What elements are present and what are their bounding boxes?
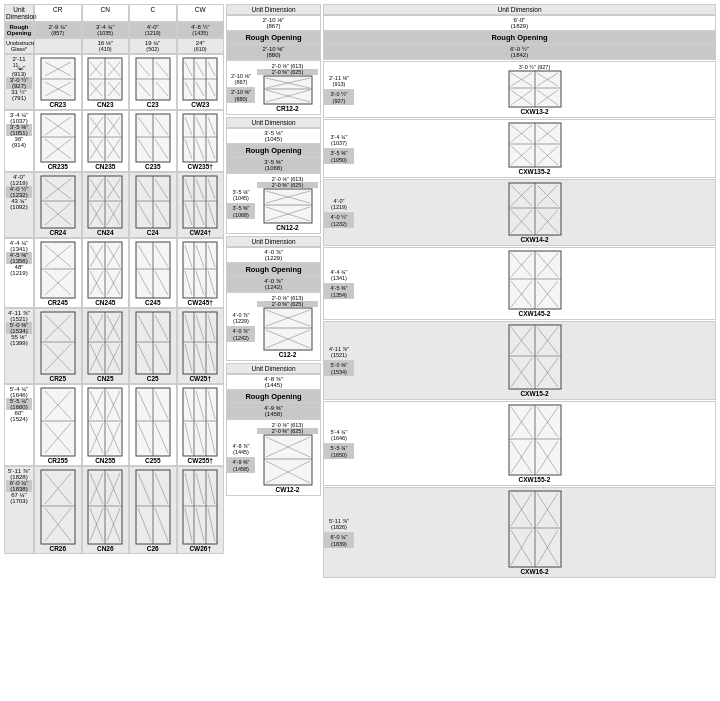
- gl-col1: [34, 38, 82, 54]
- cxw14-2-group: 4'-0"(1219) 4'-0 ½"(1232) CXW14: [323, 179, 716, 246]
- cw26-cell: CW26†: [177, 466, 225, 554]
- cn245-cell: CN245: [82, 238, 130, 308]
- cr255-cell: CR255: [34, 384, 82, 466]
- cr255-label: CR255: [48, 457, 68, 464]
- cr245-label: CR245: [48, 299, 68, 306]
- c12-2-group: 4'-0 ⅞"(1229) 4'-0 ⅞"(1242) 2'-0 ⅛" (613…: [226, 292, 321, 361]
- svg-rect-102: [41, 242, 75, 298]
- c245-diagram: [135, 241, 171, 299]
- right-unit-dim-header: Unit Dimension: [323, 4, 716, 15]
- window-row-2: 3'-4 ¾"(1037) 3'-5 ⅜"(1051) 36"(914) CR2…: [4, 110, 224, 172]
- cw235-cell: CW235†: [177, 110, 225, 172]
- cr23-cell: CR23: [34, 54, 82, 110]
- cr245-cell: CR245: [34, 238, 82, 308]
- cxw13-2-height-dims: 2'-11 ⅛"(913) 3'-0 ½"(927): [324, 74, 354, 105]
- mid-unit-dim-4: Unit Dimension: [226, 363, 321, 374]
- c25-diagram: [135, 311, 171, 375]
- cxw14-2-window-area: CXW14-2: [354, 180, 715, 245]
- c26-diagram: [135, 469, 171, 545]
- cxw145-2-height-dims: 4'-4 ¾"(1341) 4'-5 ⅜"(1354): [324, 268, 354, 299]
- cr12-2-window: 2'-0 ⅛" (613) 2'-0 ⅝" (625) CR12-2: [255, 61, 320, 114]
- cxw13-2-ud: 2'-11 ⅛"(913): [324, 74, 354, 90]
- cw12-2-dims: 4'-8 ⅞"(1445) 4'-9 ⅜"(1458): [227, 442, 255, 473]
- height-label-5: 4'-11 ⅞"(1521) 5'-0 ⅜"(1534) 55 ⅛"(1399): [4, 308, 34, 384]
- ro-col3: 4'-0"(1219): [129, 22, 177, 38]
- cn25-diagram: [87, 311, 123, 375]
- mid-dims-4: 4'-8 ⅞"(1445): [226, 374, 321, 390]
- cxw14-2-ud: 4'-0"(1219): [324, 197, 354, 213]
- cxw15-2-window-area: CXW15-2: [354, 322, 715, 399]
- cxw15-2-height-dims: 4'-11 ⅞"(1521) 5'-0 ⅜"(1534): [324, 345, 354, 376]
- cxw155-2-window-area: CXW155-2: [354, 402, 715, 485]
- cn23-label: CN23: [97, 101, 114, 108]
- height-label-4: 4'-4 ¾"(1341) 4'-5 ⅜"(1356) 48"(1219): [4, 238, 34, 308]
- cr26-cell: CR26: [34, 466, 82, 554]
- svg-rect-238: [264, 76, 312, 104]
- cxw14-2-label: CXW14-2: [520, 236, 548, 243]
- svg-rect-194: [183, 388, 217, 456]
- cxw135-2-label: CXW135-2: [519, 168, 551, 175]
- cw235-diagram: [182, 113, 218, 163]
- svg-rect-58: [183, 114, 217, 162]
- height-label-2: 3'-4 ¾"(1037) 3'-5 ⅜"(1051) 36"(914): [4, 110, 34, 172]
- cn26-diagram: [87, 469, 123, 545]
- svg-rect-250: [264, 308, 312, 350]
- cr245-diagram: [40, 241, 76, 299]
- cxw135-2-ud: 3'-4 ¾"(1037): [324, 133, 354, 149]
- cxw15-2-group: 4'-11 ⅞"(1521) 5'-0 ⅜"(1534) CX: [323, 321, 716, 400]
- cn12-2-height-ro: 3'-5 ⅝"(1068): [227, 204, 255, 219]
- c12-2-height-ro: 4'-0 ⅞"(1242): [227, 327, 255, 342]
- cxw16-2-label: CXW16-2: [520, 568, 548, 575]
- cr12-2-height-ro: 2'-10 ⅝"(880): [227, 88, 255, 103]
- cw25-label: CW25†: [189, 375, 211, 382]
- cxw135-2-ro: 3'-5 ⅜"(1050): [324, 149, 354, 164]
- cn-header: CN: [82, 4, 130, 22]
- cxw15-2-ud: 4'-11 ⅞"(1521): [324, 345, 354, 361]
- cxw15-2-diagram: [508, 324, 562, 390]
- mid-ro-4: 4'-9 ⅜"(1458): [226, 403, 321, 419]
- cn245-label: CN245: [95, 299, 115, 306]
- cn255-label: CN255: [95, 457, 115, 464]
- mid-ro-2: 3'-5 ⅝"(1068): [226, 157, 321, 173]
- right-section: Unit Dimension 6'-0"(1829) Rough Opening…: [323, 4, 716, 578]
- c245-label: C245: [145, 299, 161, 306]
- cxw13-2-window-area: 3'-0 ½" (927) CXW13-2: [354, 62, 715, 117]
- height-label-7: 5'-11 ⅞"(1828) 6'-0 ¾"(1838) 67 ¼"(1703): [4, 466, 34, 554]
- c255-cell: C255: [129, 384, 177, 466]
- window-row-4: 4'-4 ¾"(1341) 4'-5 ⅜"(1356) 48"(1219) CR…: [4, 238, 224, 308]
- cn235-diagram: [87, 113, 123, 163]
- cw12-2-window: 2'-0 ⅛" (613) 2'-0 ⅝" (625) CW12-2: [255, 420, 320, 495]
- c235-cell: C235: [129, 110, 177, 172]
- mid-ro-dims: 2'-10 ⅝"(880): [226, 44, 321, 60]
- cn25-label: CN25: [97, 375, 114, 382]
- cr23-diagram: [40, 57, 76, 101]
- cxw15-2-label: CXW15-2: [520, 390, 548, 397]
- cr25-diagram: [40, 311, 76, 375]
- cxw145-2-diagram: [508, 250, 562, 310]
- cw24-label: CW24†: [189, 229, 211, 236]
- svg-rect-256: [264, 435, 312, 485]
- c24-label: C24: [147, 229, 159, 236]
- page: Unit Dimension CR CN C CW Rough Opening …: [0, 0, 720, 582]
- cxw155-2-diagram: [508, 404, 562, 476]
- cr26-label: CR26: [49, 545, 66, 552]
- cr24-label: CR24: [49, 229, 66, 236]
- cw23-label: CW23: [191, 101, 209, 108]
- mid-unit-dim-2: Unit Dimension: [226, 117, 321, 128]
- mid-unit-dim-3: Unit Dimension: [226, 236, 321, 247]
- middle-section: Unit Dimension 2'-10 ⅛"(867) Rough Openi…: [226, 4, 321, 578]
- cxw145-2-window-area: CXW145-2: [354, 248, 715, 319]
- rough-opening-main-row: Rough Opening 2'-9 ¾"(857) 3'-4 ¾"(1035)…: [4, 22, 224, 38]
- cr23-label: CR23: [49, 101, 66, 108]
- c23-cell: C23: [129, 54, 177, 110]
- gl-col3: 19 ¾"(502): [129, 38, 177, 54]
- cxw16-2-ud: 5'-11 ⅞"(1826): [324, 517, 354, 533]
- svg-rect-244: [264, 189, 312, 223]
- cr26-diagram: [40, 469, 76, 545]
- ro-col4: 4'-8 ½"(1435): [177, 22, 225, 38]
- cn12-2-window: 2'-0 ⅛" (613) 2'-0 ⅝" (625) CN12-2: [255, 174, 320, 233]
- window-row-7: 5'-11 ⅞"(1828) 6'-0 ¾"(1838) 67 ¼"(1703)…: [4, 466, 224, 554]
- left-section: Unit Dimension CR CN C CW Rough Opening …: [4, 4, 224, 578]
- cxw13-2-label: CXW13-2: [520, 108, 548, 115]
- svg-rect-136: [41, 312, 75, 374]
